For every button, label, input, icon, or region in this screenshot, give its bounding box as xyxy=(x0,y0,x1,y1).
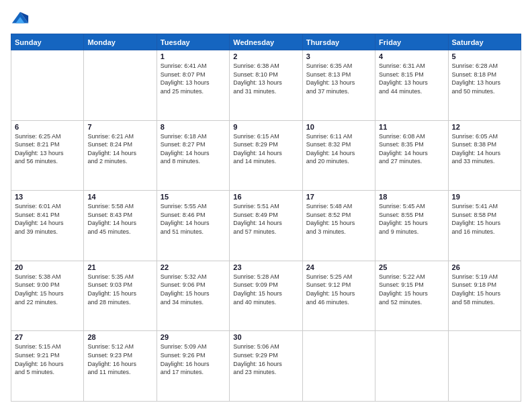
calendar-cell: 5Sunrise: 6:28 AM Sunset: 8:18 PM Daylig… xyxy=(448,50,521,121)
day-number: 13 xyxy=(15,193,80,201)
day-number: 1 xyxy=(161,52,226,60)
day-number: 14 xyxy=(87,193,152,201)
cell-details: Sunrise: 5:06 AM Sunset: 9:29 PM Dayligh… xyxy=(233,342,298,376)
cell-details: Sunrise: 6:01 AM Sunset: 8:41 PM Dayligh… xyxy=(15,202,80,236)
day-number: 28 xyxy=(87,333,152,341)
cell-details: Sunrise: 5:58 AM Sunset: 8:43 PM Dayligh… xyxy=(87,202,152,236)
day-number: 24 xyxy=(306,263,371,271)
calendar-cell: 25Sunrise: 5:22 AM Sunset: 9:15 PM Dayli… xyxy=(375,261,448,331)
day-number: 19 xyxy=(452,193,517,201)
cell-details: Sunrise: 5:48 AM Sunset: 8:52 PM Dayligh… xyxy=(306,202,371,236)
calendar-header-wednesday: Wednesday xyxy=(230,34,302,50)
calendar-cell: 30Sunrise: 5:06 AM Sunset: 9:29 PM Dayli… xyxy=(230,331,302,402)
logo xyxy=(11,9,32,28)
cell-details: Sunrise: 5:25 AM Sunset: 9:12 PM Dayligh… xyxy=(306,273,371,306)
calendar-cell: 21Sunrise: 5:35 AM Sunset: 9:03 PM Dayli… xyxy=(84,261,157,331)
calendar-cell: 19Sunrise: 5:41 AM Sunset: 8:58 PM Dayli… xyxy=(448,191,521,261)
cell-details: Sunrise: 6:05 AM Sunset: 8:38 PM Dayligh… xyxy=(452,132,517,166)
calendar-header-monday: Monday xyxy=(84,34,157,50)
day-number: 9 xyxy=(233,123,298,131)
calendar-cell xyxy=(302,331,375,402)
cell-details: Sunrise: 5:35 AM Sunset: 9:03 PM Dayligh… xyxy=(87,273,152,306)
calendar-cell xyxy=(448,331,521,402)
calendar-header-sunday: Sunday xyxy=(11,34,84,50)
day-number: 8 xyxy=(161,123,226,131)
day-number: 15 xyxy=(161,193,226,201)
cell-details: Sunrise: 6:35 AM Sunset: 8:13 PM Dayligh… xyxy=(306,62,371,95)
calendar-cell: 24Sunrise: 5:25 AM Sunset: 9:12 PM Dayli… xyxy=(302,261,375,331)
cell-details: Sunrise: 5:32 AM Sunset: 9:06 PM Dayligh… xyxy=(161,273,226,306)
calendar-header-tuesday: Tuesday xyxy=(157,34,229,50)
calendar-cell: 27Sunrise: 5:15 AM Sunset: 9:21 PM Dayli… xyxy=(11,331,84,402)
header xyxy=(11,9,521,28)
calendar-cell: 26Sunrise: 5:19 AM Sunset: 9:18 PM Dayli… xyxy=(448,261,521,331)
day-number: 20 xyxy=(15,263,80,271)
calendar-cell: 3Sunrise: 6:35 AM Sunset: 8:13 PM Daylig… xyxy=(302,50,375,121)
day-number: 2 xyxy=(233,52,298,60)
calendar-header-row: SundayMondayTuesdayWednesdayThursdayFrid… xyxy=(11,34,521,50)
day-number: 29 xyxy=(161,333,226,341)
calendar-cell: 22Sunrise: 5:32 AM Sunset: 9:06 PM Dayli… xyxy=(157,261,229,331)
cell-details: Sunrise: 6:15 AM Sunset: 8:29 PM Dayligh… xyxy=(233,132,298,166)
calendar-cell xyxy=(11,50,84,121)
cell-details: Sunrise: 5:12 AM Sunset: 9:23 PM Dayligh… xyxy=(87,342,152,376)
page: SundayMondayTuesdayWednesdayThursdayFrid… xyxy=(0,0,532,411)
day-number: 16 xyxy=(233,193,298,201)
day-number: 5 xyxy=(452,52,517,60)
day-number: 4 xyxy=(379,52,444,60)
cell-details: Sunrise: 5:22 AM Sunset: 9:15 PM Dayligh… xyxy=(379,273,444,306)
cell-details: Sunrise: 6:25 AM Sunset: 8:21 PM Dayligh… xyxy=(15,132,80,166)
cell-details: Sunrise: 6:11 AM Sunset: 8:32 PM Dayligh… xyxy=(306,132,371,166)
calendar-cell: 10Sunrise: 6:11 AM Sunset: 8:32 PM Dayli… xyxy=(302,120,375,191)
calendar-cell: 4Sunrise: 6:31 AM Sunset: 8:15 PM Daylig… xyxy=(375,50,448,121)
day-number: 27 xyxy=(15,333,80,341)
calendar-week-row: 13Sunrise: 6:01 AM Sunset: 8:41 PM Dayli… xyxy=(11,191,521,261)
cell-details: Sunrise: 5:41 AM Sunset: 8:58 PM Dayligh… xyxy=(452,202,517,236)
calendar-cell: 7Sunrise: 6:21 AM Sunset: 8:24 PM Daylig… xyxy=(84,120,157,191)
cell-details: Sunrise: 5:19 AM Sunset: 9:18 PM Dayligh… xyxy=(452,273,517,306)
calendar-cell: 6Sunrise: 6:25 AM Sunset: 8:21 PM Daylig… xyxy=(11,120,84,191)
calendar-table: SundayMondayTuesdayWednesdayThursdayFrid… xyxy=(11,34,521,402)
cell-details: Sunrise: 5:45 AM Sunset: 8:55 PM Dayligh… xyxy=(379,202,444,236)
calendar-header-saturday: Saturday xyxy=(448,34,521,50)
day-number: 30 xyxy=(233,333,298,341)
day-number: 26 xyxy=(452,263,517,271)
cell-details: Sunrise: 5:28 AM Sunset: 9:09 PM Dayligh… xyxy=(233,273,298,306)
calendar-cell: 29Sunrise: 5:09 AM Sunset: 9:26 PM Dayli… xyxy=(157,331,229,402)
calendar-cell: 11Sunrise: 6:08 AM Sunset: 8:35 PM Dayli… xyxy=(375,120,448,191)
calendar-cell: 2Sunrise: 6:38 AM Sunset: 8:10 PM Daylig… xyxy=(230,50,302,121)
day-number: 12 xyxy=(452,123,517,131)
day-number: 21 xyxy=(87,263,152,271)
cell-details: Sunrise: 6:28 AM Sunset: 8:18 PM Dayligh… xyxy=(452,62,517,95)
day-number: 25 xyxy=(379,263,444,271)
cell-details: Sunrise: 6:21 AM Sunset: 8:24 PM Dayligh… xyxy=(87,132,152,166)
calendar-cell: 17Sunrise: 5:48 AM Sunset: 8:52 PM Dayli… xyxy=(302,191,375,261)
calendar-week-row: 20Sunrise: 5:38 AM Sunset: 9:00 PM Dayli… xyxy=(11,261,521,331)
calendar-header-thursday: Thursday xyxy=(302,34,375,50)
cell-details: Sunrise: 5:15 AM Sunset: 9:21 PM Dayligh… xyxy=(15,342,80,376)
calendar-cell: 18Sunrise: 5:45 AM Sunset: 8:55 PM Dayli… xyxy=(375,191,448,261)
day-number: 10 xyxy=(306,123,371,131)
day-number: 3 xyxy=(306,52,371,60)
calendar-cell: 23Sunrise: 5:28 AM Sunset: 9:09 PM Dayli… xyxy=(230,261,302,331)
day-number: 23 xyxy=(233,263,298,271)
calendar-cell: 16Sunrise: 5:51 AM Sunset: 8:49 PM Dayli… xyxy=(230,191,302,261)
cell-details: Sunrise: 6:41 AM Sunset: 8:07 PM Dayligh… xyxy=(161,62,226,95)
day-number: 17 xyxy=(306,193,371,201)
cell-details: Sunrise: 6:38 AM Sunset: 8:10 PM Dayligh… xyxy=(233,62,298,95)
day-number: 6 xyxy=(15,123,80,131)
cell-details: Sunrise: 5:51 AM Sunset: 8:49 PM Dayligh… xyxy=(233,202,298,236)
calendar-header-friday: Friday xyxy=(375,34,448,50)
calendar-week-row: 6Sunrise: 6:25 AM Sunset: 8:21 PM Daylig… xyxy=(11,120,521,191)
calendar-cell: 9Sunrise: 6:15 AM Sunset: 8:29 PM Daylig… xyxy=(230,120,302,191)
calendar-cell: 15Sunrise: 5:55 AM Sunset: 8:46 PM Dayli… xyxy=(157,191,229,261)
cell-details: Sunrise: 6:08 AM Sunset: 8:35 PM Dayligh… xyxy=(379,132,444,166)
calendar-cell xyxy=(84,50,157,121)
calendar-cell: 1Sunrise: 6:41 AM Sunset: 8:07 PM Daylig… xyxy=(157,50,229,121)
cell-details: Sunrise: 5:38 AM Sunset: 9:00 PM Dayligh… xyxy=(15,273,80,306)
calendar-cell: 28Sunrise: 5:12 AM Sunset: 9:23 PM Dayli… xyxy=(84,331,157,402)
cell-details: Sunrise: 6:18 AM Sunset: 8:27 PM Dayligh… xyxy=(161,132,226,166)
calendar-week-row: 1Sunrise: 6:41 AM Sunset: 8:07 PM Daylig… xyxy=(11,50,521,121)
logo-icon xyxy=(11,9,30,28)
calendar-cell: 13Sunrise: 6:01 AM Sunset: 8:41 PM Dayli… xyxy=(11,191,84,261)
